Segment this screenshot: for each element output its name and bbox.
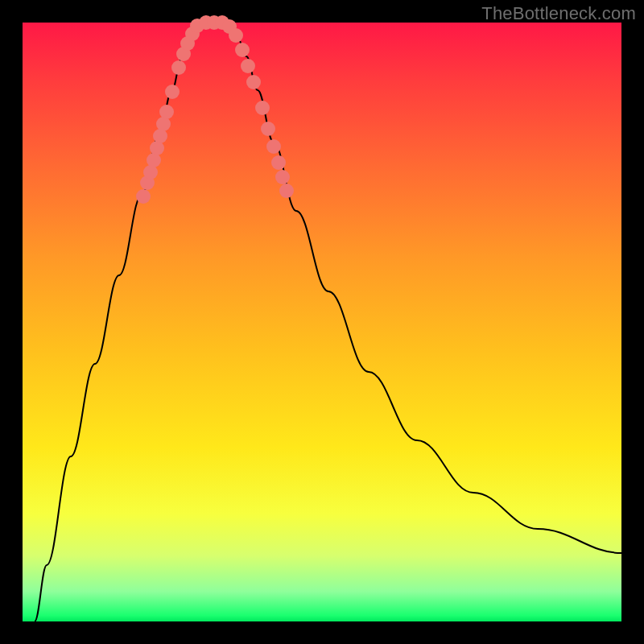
sample-point	[241, 59, 255, 73]
watermark-text: TheBottleneck.com	[481, 3, 636, 24]
sample-point	[171, 60, 186, 75]
chart-frame: TheBottleneck.com	[0, 0, 644, 644]
sample-point	[266, 139, 281, 154]
sample-point	[246, 75, 261, 89]
sample-point	[165, 85, 180, 99]
sample-point	[159, 105, 174, 119]
sample-point	[261, 122, 275, 136]
sample-point	[279, 184, 294, 198]
curve-svg	[23, 23, 621, 621]
sample-point	[275, 170, 290, 184]
sample-point	[255, 101, 270, 115]
sample-point	[136, 189, 151, 204]
sample-point	[271, 155, 286, 170]
sample-point	[229, 28, 243, 43]
marker-group	[136, 15, 294, 204]
plot-area	[23, 23, 621, 621]
bottleneck-curve	[35, 23, 621, 621]
sample-point	[235, 43, 250, 57]
